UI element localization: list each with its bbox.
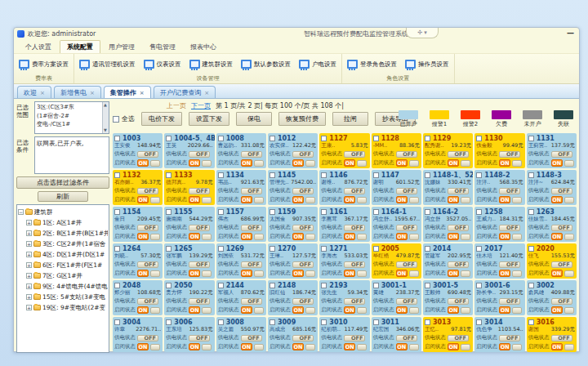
meter-card[interactable]: 3001-5王毅帅690.48元供电状态OFF启闭状态ON — [423, 280, 473, 315]
expand-icon[interactable]: + — [26, 241, 32, 247]
meter-card[interactable]: 3008吴之篇550.97元供电状态OFF启闭状态ON — [216, 317, 266, 352]
meter-card[interactable]: 1148-2注洋..568.35元供电状态OFF启闭状态ON — [474, 170, 524, 205]
card-checkbox[interactable] — [373, 136, 379, 141]
toolbar-button-设置下发[interactable]: 设置下发 — [189, 112, 229, 126]
card-checkbox[interactable] — [114, 246, 120, 252]
expand-icon[interactable]: + — [26, 305, 32, 310]
switch-on-toggle[interactable]: ON — [137, 196, 149, 203]
meter-card[interactable]: 2050贵方怀190.22元供电状态OFF启闭状态ON — [164, 280, 214, 315]
tab-开户/记费查询[interactable]: 开户/记费查询× — [154, 86, 216, 98]
supply-off-toggle[interactable]: OFF — [448, 188, 469, 194]
meter-card[interactable]: 1131王蓟营..137.59元供电状态OFF启闭状态ON — [527, 133, 577, 168]
switch-on-toggle[interactable]: ON — [137, 270, 149, 277]
switch-on-toggle[interactable]: ON — [499, 233, 510, 240]
switch-on-toggle[interactable]: ON — [344, 196, 355, 203]
supply-off-toggle[interactable]: OFF — [499, 335, 520, 341]
card-checkbox[interactable] — [218, 136, 224, 141]
menu-item-售电管理[interactable]: 售电管理 — [143, 41, 182, 53]
meter-card[interactable]: 3014仇色争1103.54..供电状态OFF启闭状态ON — [474, 317, 524, 352]
next-page-link[interactable]: 下一页 — [191, 101, 211, 110]
meter-card[interactable]: 1134韦品..921.63元供电状态OFF启闭状态ON — [216, 170, 266, 205]
supply-off-toggle[interactable]: OFF — [551, 188, 572, 194]
expand-icon[interactable]: + — [26, 273, 32, 279]
supply-off-toggle[interactable]: OFF — [137, 188, 158, 194]
switch-on-toggle[interactable]: ON — [241, 196, 252, 203]
supply-off-toggle[interactable]: OFF — [189, 298, 210, 305]
switch-on-toggle[interactable]: ON — [189, 159, 200, 167]
supply-off-toggle[interactable]: OFF — [344, 335, 365, 341]
supply-off-toggle[interactable]: OFF — [189, 151, 210, 158]
toolbar-button-拉闸[interactable]: 拉闸 — [332, 112, 368, 126]
meter-card[interactable]: 3006王东培125.83元供电状态OFF启闭状态ON — [164, 317, 214, 352]
tab-新增售电[interactable]: 新增售电× — [54, 86, 101, 98]
switch-on-toggle[interactable]: ON — [396, 233, 408, 240]
tree-root[interactable]: −建筑群 — [18, 207, 108, 217]
card-checkbox[interactable] — [218, 283, 224, 288]
tree-item[interactable]: +6区: F区1#井(F区1# — [18, 260, 108, 270]
switch-on-toggle[interactable]: ON — [551, 306, 563, 314]
meter-card[interactable]: 1269刘国依531.72元供电状态OFF启闭状态ON — [216, 243, 266, 279]
supply-off-toggle[interactable]: OFF — [241, 225, 262, 231]
close-tab-icon[interactable]: × — [40, 90, 45, 96]
supply-off-toggle[interactable]: OFF — [448, 261, 469, 268]
ribbon-button-费率方案设置[interactable]: 费率方案设置 — [17, 59, 70, 69]
switch-on-toggle[interactable]: ON — [396, 343, 408, 350]
card-checkbox[interactable] — [114, 283, 120, 288]
meter-card[interactable]: 3011纪宏国346.06元供电状态OFF启闭状态ON — [372, 317, 421, 352]
supply-off-toggle[interactable]: OFF — [499, 298, 520, 305]
listbox-scrollbar[interactable]: ▲▼ — [102, 102, 109, 133]
meter-card[interactable]: 1147谢明601.52元供电状态OFF启闭状态ON — [372, 170, 421, 205]
expand-icon[interactable]: + — [26, 283, 32, 289]
meter-card[interactable]: 1164-1冯立舒..1595.67..供电状态OFF启闭状态ON — [372, 207, 421, 242]
meter-card[interactable]: 2144军福人870.62元供电状态OFF启闭状态ON — [216, 280, 266, 315]
switch-on-toggle[interactable]: ON — [137, 306, 149, 314]
tree-item[interactable]: +19区: 9#变电站(2#变 — [18, 302, 108, 313]
card-checkbox[interactable] — [321, 136, 327, 141]
meter-card[interactable]: 2020佳飞155.53元供电状态OFF启闭状态ON — [527, 243, 577, 279]
switch-on-toggle[interactable]: ON — [189, 306, 200, 314]
ribbon-button-通讯管理机设置[interactable]: 通讯管理机设置 — [78, 59, 137, 69]
switch-on-toggle[interactable]: ON — [137, 343, 149, 350]
card-checkbox[interactable] — [218, 319, 224, 325]
tree-item[interactable]: +7区: G区1#井 — [18, 270, 108, 281]
switch-on-toggle[interactable]: ON — [344, 270, 355, 277]
card-checkbox[interactable] — [270, 209, 275, 215]
supply-off-toggle[interactable]: OFF — [551, 261, 572, 268]
meter-card[interactable]: 1270王琳..127.57元供电状态OFF启闭状态ON — [268, 243, 318, 279]
supply-off-toggle[interactable]: OFF — [551, 335, 572, 341]
supply-off-toggle[interactable]: OFF — [396, 335, 417, 341]
meter-card[interactable]: 1003王安俊148.94元供电状态OFF启闭状态ON — [113, 133, 163, 168]
card-checkbox[interactable] — [114, 172, 120, 178]
card-checkbox[interactable] — [476, 209, 482, 215]
switch-on-toggle[interactable]: ON — [292, 233, 304, 240]
menu-item-用户管理[interactable]: 用户管理 — [102, 41, 141, 53]
meter-card[interactable]: 2017佳木培121.40元供电状态OFF启闭状态ON — [474, 243, 524, 279]
supply-off-toggle[interactable]: OFF — [241, 188, 262, 194]
switch-on-toggle[interactable]: ON — [189, 233, 200, 240]
meter-card[interactable]: 3009高成忠685.16元供电状态OFF启闭状态ON — [268, 317, 318, 352]
toolbar-button-恢复预付费[interactable]: 恢复预付费 — [278, 112, 326, 126]
switch-on-toggle[interactable]: ON — [499, 159, 510, 167]
card-checkbox[interactable] — [425, 283, 430, 288]
switch-on-toggle[interactable]: ON — [499, 343, 510, 350]
tree-item[interactable]: +9区: 4#馈电井(4#馈电 — [18, 281, 108, 292]
card-checkbox[interactable] — [528, 246, 534, 252]
card-checkbox[interactable] — [476, 283, 482, 288]
supply-off-toggle[interactable]: OFF — [499, 225, 520, 231]
switch-on-toggle[interactable]: ON — [137, 159, 149, 167]
card-checkbox[interactable] — [270, 136, 275, 141]
meter-card[interactable]: 1263佳妹雪..184.45元供电状态OFF启闭状态ON — [527, 207, 577, 242]
card-checkbox[interactable] — [218, 246, 224, 252]
card-checkbox[interactable] — [166, 246, 172, 252]
card-checkbox[interactable] — [114, 136, 120, 141]
switch-on-toggle[interactable]: ON — [551, 196, 563, 203]
switch-on-toggle[interactable]: ON — [551, 343, 563, 350]
meter-card[interactable]: 3001-1黄雄238.37元供电状态OFF启闭状态ON — [372, 280, 421, 315]
supply-off-toggle[interactable]: OFF — [292, 261, 314, 268]
card-checkbox[interactable] — [166, 319, 172, 325]
selected-condition-box[interactable]: 联网表,已开户表, — [34, 136, 109, 174]
minimize-button[interactable]: — — [567, 29, 574, 37]
meter-card[interactable]: 2148旧红仙186.74元供电状态OFF启闭状态ON — [268, 280, 318, 315]
card-checkbox[interactable] — [321, 246, 327, 252]
switch-on-toggle[interactable]: ON — [396, 196, 408, 203]
